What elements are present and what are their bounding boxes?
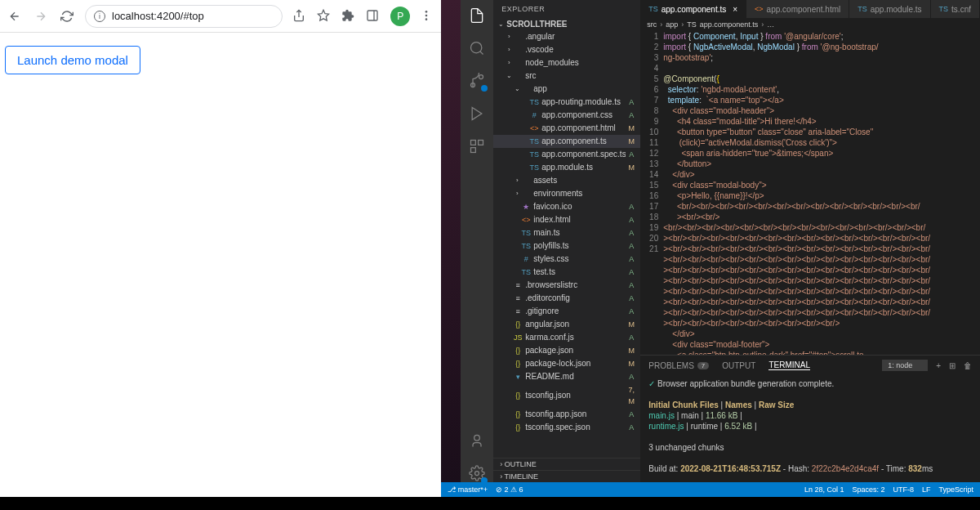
browser-viewport: Launch demo modal xyxy=(0,33,441,497)
folder-item[interactable]: ›environments xyxy=(493,187,640,200)
reload-button[interactable] xyxy=(59,8,75,25)
file-item[interactable]: {}tsconfig.app.jsonA xyxy=(493,408,640,421)
terminal-select[interactable]: 1: node xyxy=(882,360,928,371)
new-terminal-icon[interactable]: + xyxy=(936,361,941,370)
file-item[interactable]: {}tsconfig.json7, M xyxy=(493,383,640,408)
eol-status[interactable]: LF xyxy=(922,485,931,494)
folder-item[interactable]: ›.angular xyxy=(493,30,640,43)
activity-bar xyxy=(461,0,493,482)
explorer-title: EXPLORER xyxy=(493,0,640,18)
file-item[interactable]: {}tsconfig.spec.jsonA xyxy=(493,421,640,434)
file-item[interactable]: #styles.cssA xyxy=(493,253,640,266)
output-tab[interactable]: OUTPUT xyxy=(722,361,755,370)
url-bar[interactable]: i localhost:4200/#top xyxy=(85,5,283,28)
problems-status[interactable]: ⊘ 2 ⚠ 6 xyxy=(496,485,523,494)
svg-rect-11 xyxy=(471,141,476,145)
terminal-panel: PROBLEMS7 OUTPUT TERMINAL 1: node + ⊞ 🗑 … xyxy=(640,355,980,482)
file-item[interactable]: {}angular.jsonM xyxy=(493,318,640,331)
back-button[interactable] xyxy=(7,8,23,25)
svg-point-3 xyxy=(425,11,428,13)
problems-tab[interactable]: PROBLEMS7 xyxy=(648,361,709,370)
editor-tab[interactable]: <>app.component.html xyxy=(746,0,849,18)
file-item[interactable]: TSmain.tsA xyxy=(493,226,640,239)
svg-point-8 xyxy=(479,75,483,79)
folder-item[interactable]: ›assets xyxy=(493,174,640,187)
browser-toolbar: i localhost:4200/#top P xyxy=(0,0,441,33)
svg-marker-0 xyxy=(318,10,329,20)
cursor-position[interactable]: Ln 28, Col 1 xyxy=(804,485,844,494)
file-item[interactable]: ≡.browserslistrcA xyxy=(493,279,640,292)
share-icon[interactable] xyxy=(292,9,307,24)
file-item[interactable]: JSkarma.conf.jsA xyxy=(493,331,640,344)
site-info-icon[interactable]: i xyxy=(94,11,105,22)
menu-icon[interactable] xyxy=(420,9,434,24)
svg-point-15 xyxy=(475,472,479,476)
file-item[interactable]: TSapp.component.tsM xyxy=(493,135,640,148)
file-tree: ›.angular›.vscode›node_modules⌄src⌄appTS… xyxy=(493,30,640,458)
file-item[interactable]: {}package-lock.jsonM xyxy=(493,357,640,370)
language-status[interactable]: TypeScript xyxy=(938,485,973,494)
source-control-icon[interactable] xyxy=(468,72,486,90)
star-icon[interactable] xyxy=(317,9,332,24)
folder-item[interactable]: ⌄app xyxy=(493,83,640,96)
folder-item[interactable]: ⌄src xyxy=(493,69,640,83)
panel-icon[interactable] xyxy=(366,9,381,24)
chrome-browser: i localhost:4200/#top P Launch demo moda… xyxy=(0,0,441,497)
extensions-icon[interactable] xyxy=(341,9,356,24)
file-item[interactable]: ★favicon.icoA xyxy=(493,200,640,213)
file-item[interactable]: <>index.htmlA xyxy=(493,213,640,226)
svg-marker-10 xyxy=(472,108,482,120)
file-item[interactable]: ≡.editorconfigA xyxy=(493,292,640,305)
file-item[interactable]: TStest.tsA xyxy=(493,266,640,279)
file-item[interactable]: TSapp.component.spec.tsA xyxy=(493,148,640,161)
file-item[interactable]: <>app.component.htmlM xyxy=(493,122,640,135)
file-item[interactable]: {}package.jsonM xyxy=(493,344,640,357)
extensions-activity-icon[interactable] xyxy=(468,137,486,155)
svg-point-14 xyxy=(474,435,480,441)
file-item[interactable]: #app.component.cssA xyxy=(493,109,640,122)
launch-demo-modal-button[interactable]: Launch demo modal xyxy=(5,46,140,74)
terminal-body[interactable]: ✓ Browser application bundle generation … xyxy=(640,375,980,482)
explorer-sidebar: EXPLORER ⌄SCROLLTHREE ›.angular›.vscode›… xyxy=(493,0,640,482)
editor-tab[interactable]: TSts.cnf xyxy=(931,0,980,18)
file-item[interactable]: TSapp-routing.module.tsA xyxy=(493,96,640,109)
encoding-status[interactable]: UTF-8 xyxy=(893,485,914,494)
debug-icon[interactable] xyxy=(468,105,486,123)
kill-terminal-icon[interactable]: 🗑 xyxy=(964,361,972,370)
settings-icon[interactable] xyxy=(468,464,486,482)
timeline-section[interactable]: › TIMELINE xyxy=(493,470,640,482)
svg-point-6 xyxy=(471,42,482,53)
profile-avatar[interactable]: P xyxy=(390,7,410,26)
outline-section[interactable]: › OUTLINE xyxy=(493,458,640,470)
accounts-icon[interactable] xyxy=(468,432,486,450)
svg-rect-13 xyxy=(471,148,476,153)
folder-item[interactable]: ›.vscode xyxy=(493,43,640,56)
svg-point-5 xyxy=(425,18,428,20)
forward-button[interactable] xyxy=(33,8,49,25)
editor-tabs: TSapp.component.ts×<>app.component.htmlT… xyxy=(640,0,980,18)
svg-rect-1 xyxy=(368,11,377,20)
indent-status[interactable]: Spaces: 2 xyxy=(852,485,884,494)
svg-point-4 xyxy=(425,14,428,16)
file-item[interactable]: TSapp.module.tsM xyxy=(493,161,640,174)
status-bar: ⎇ master*+ ⊘ 2 ⚠ 6 Ln 28, Col 1 Spaces: … xyxy=(441,482,980,497)
split-terminal-icon[interactable]: ⊞ xyxy=(949,361,956,370)
terminal-tab[interactable]: TERMINAL xyxy=(768,360,810,370)
editor-area: TSapp.component.ts×<>app.component.htmlT… xyxy=(640,0,980,482)
branch-status[interactable]: ⎇ master*+ xyxy=(448,485,488,494)
folder-item[interactable]: ›node_modules xyxy=(493,56,640,69)
search-icon[interactable] xyxy=(468,39,486,57)
vscode-window: EXPLORER ⌄SCROLLTHREE ›.angular›.vscode›… xyxy=(441,0,980,497)
code-editor[interactable]: 123456789101112131415161718192021 import… xyxy=(640,31,980,355)
editor-tab[interactable]: TSapp.module.ts xyxy=(849,0,930,18)
explorer-icon[interactable] xyxy=(468,7,486,25)
url-text: localhost:4200/#top xyxy=(112,10,204,22)
breadcrumb[interactable]: src › app › TS app.component.ts › … xyxy=(640,18,980,31)
file-item[interactable]: ▾README.mdA xyxy=(493,370,640,383)
svg-rect-12 xyxy=(479,141,483,145)
editor-tab[interactable]: TSapp.component.ts× xyxy=(640,0,746,18)
file-item[interactable]: TSpolyfills.tsA xyxy=(493,239,640,253)
window-edge xyxy=(441,0,461,482)
project-root[interactable]: ⌄SCROLLTHREE xyxy=(493,18,640,30)
file-item[interactable]: ≡.gitignoreA xyxy=(493,305,640,318)
